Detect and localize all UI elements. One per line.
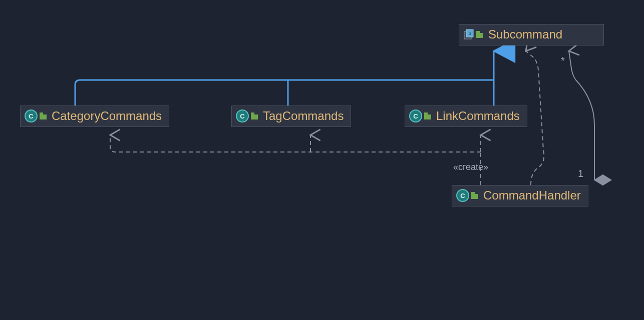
node-label: LinkCommands — [436, 109, 520, 124]
package-icon — [471, 192, 479, 199]
package-icon — [424, 112, 432, 120]
svg-text:J: J — [469, 32, 471, 36]
node-category-commands[interactable]: C CategoryCommands — [20, 106, 169, 127]
dependency-handler-subcommand — [526, 51, 544, 185]
create-dependency-lines — [110, 135, 481, 185]
multiplicity-star: * — [561, 55, 565, 66]
class-icon: C — [25, 110, 38, 122]
class-icon: C — [456, 189, 469, 202]
node-subcommand[interactable]: J Subcommand — [459, 24, 604, 46]
multiplicity-one: 1 — [578, 168, 583, 180]
java-file-icon: J — [463, 29, 474, 40]
package-icon — [251, 112, 259, 120]
node-tag-commands[interactable]: C TagCommands — [231, 106, 351, 127]
realization-lines — [75, 51, 494, 106]
node-label: Subcommand — [488, 28, 562, 42]
stereotype-create: «create» — [453, 162, 488, 172]
package-icon — [476, 31, 484, 38]
node-label: CategoryCommands — [52, 109, 162, 124]
class-icon-group: C — [456, 189, 479, 202]
class-icon-group: C — [409, 110, 432, 122]
connectors-layer — [0, 0, 644, 320]
node-label: CommandHandler — [483, 188, 581, 203]
package-icon — [40, 112, 48, 120]
class-icon: C — [409, 110, 422, 122]
node-link-commands[interactable]: C LinkCommands — [405, 106, 527, 127]
diagram-canvas: J Subcommand C CategoryCommands C TagCom… — [0, 0, 644, 320]
class-icon: C — [236, 110, 249, 122]
node-command-handler[interactable]: C CommandHandler — [452, 185, 588, 206]
class-icon-group: C — [25, 110, 48, 122]
interface-icon: J — [463, 29, 484, 40]
aggregation-handler-subcommand — [569, 51, 594, 180]
class-icon-group: C — [236, 110, 259, 122]
node-label: TagCommands — [263, 109, 344, 124]
